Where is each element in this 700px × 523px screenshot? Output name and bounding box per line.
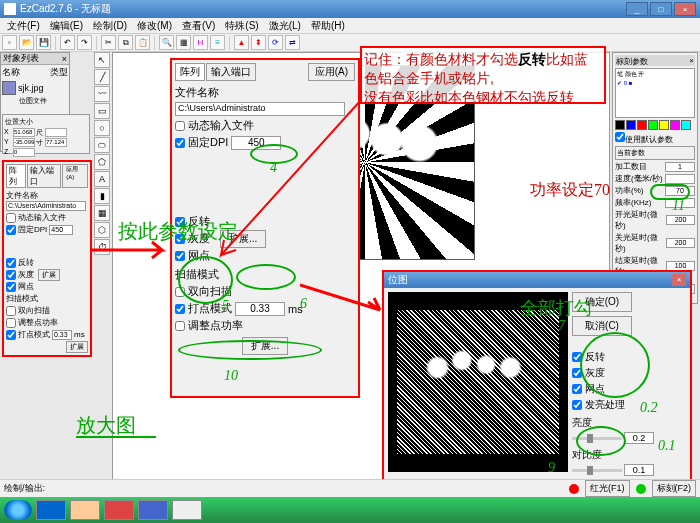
close-button[interactable]: × <box>674 2 696 16</box>
tool-paste-icon[interactable]: 📋 <box>135 35 150 50</box>
taskbar-word-icon[interactable] <box>138 500 168 520</box>
tool-save-icon[interactable]: 💾 <box>36 35 51 50</box>
ok-button[interactable]: 确定(O) <box>572 292 632 312</box>
pxpower-check-sm[interactable] <box>6 318 16 328</box>
vtool-curve-icon[interactable]: 〰 <box>94 86 110 102</box>
tool-text-icon[interactable]: ≡ <box>210 35 225 50</box>
dot-check-sm[interactable] <box>6 282 16 292</box>
vtool-bitmap-icon[interactable]: ▦ <box>94 205 110 221</box>
loop-field[interactable]: 1 <box>665 162 695 172</box>
pxpower-check[interactable] <box>175 321 185 331</box>
dynfile-check-sm[interactable] <box>6 213 16 223</box>
menu-modify[interactable]: 修改(M) <box>132 19 177 33</box>
menu-help[interactable]: 帮助(H) <box>306 19 350 33</box>
bmp-invert-check[interactable] <box>572 352 582 362</box>
fixdpi-check-sm[interactable] <box>6 225 16 235</box>
vtool-barcode-icon[interactable]: ▮ <box>94 188 110 204</box>
size-x[interactable] <box>45 128 67 137</box>
params-close-icon[interactable]: × <box>689 56 694 65</box>
invert-check-sm[interactable] <box>6 258 16 268</box>
fixdpi-check[interactable] <box>175 138 185 148</box>
cancel-button[interactable]: 取消(C) <box>572 316 632 336</box>
bidir-check-sm[interactable] <box>6 306 16 316</box>
vtool-line-icon[interactable]: ╱ <box>94 69 110 85</box>
tab-ioport[interactable]: 输入端口 <box>206 63 256 81</box>
coord-y[interactable]: -35.099 <box>13 138 35 147</box>
vtool-time-icon[interactable]: ⏱ <box>94 239 110 255</box>
panel-close-icon[interactable]: × <box>62 54 67 64</box>
taskbar-ppt-icon[interactable] <box>104 500 134 520</box>
power-field[interactable]: 70 <box>665 186 695 196</box>
tab-array-sm[interactable]: 阵列 <box>6 164 26 188</box>
invert-check[interactable] <box>175 217 185 227</box>
tool-align-icon[interactable]: ▲ <box>234 35 249 50</box>
freq-field[interactable] <box>665 198 695 208</box>
tool-rotate-icon[interactable]: ⟳ <box>268 35 283 50</box>
menu-laser[interactable]: 激光(L) <box>264 19 306 33</box>
menu-view[interactable]: 查看(V) <box>177 19 220 33</box>
expand2-button[interactable]: 扩展... <box>242 337 288 355</box>
apply-button-sm[interactable]: 应用(A) <box>62 164 88 188</box>
vtool-circle-icon[interactable]: ○ <box>94 120 110 136</box>
vtool-ellipse-icon[interactable]: ⬭ <box>94 137 110 153</box>
dotmode-check[interactable] <box>175 304 185 314</box>
bitmap-dlg-close-icon[interactable]: × <box>672 274 686 286</box>
expand-button-sm[interactable]: 扩展 <box>38 269 60 281</box>
menu-special[interactable]: 特殊(S) <box>220 19 263 33</box>
redlight-button[interactable]: 红光(F1) <box>585 480 630 497</box>
list-item[interactable]: sjk.jpg <box>1 80 69 96</box>
vtool-vector-icon[interactable]: ⬡ <box>94 222 110 238</box>
dotval-field[interactable]: 0.33 <box>235 302 285 316</box>
mark-button[interactable]: 标刻(F2) <box>652 480 697 497</box>
vtool-rect-icon[interactable]: ▭ <box>94 103 110 119</box>
coord-z[interactable]: 0 <box>13 148 35 157</box>
start-button-icon[interactable] <box>4 500 32 520</box>
dpi-field-sm[interactable]: 450 <box>49 225 73 235</box>
tool-copy-icon[interactable]: ⧉ <box>118 35 133 50</box>
contrast-slider[interactable] <box>572 469 622 472</box>
bmp-gray-check[interactable] <box>572 368 582 378</box>
tool-mirror-icon[interactable]: ⇄ <box>285 35 300 50</box>
tab-ioport-sm[interactable]: 输入端口 <box>27 164 61 188</box>
tool-new-icon[interactable]: ▫ <box>2 35 17 50</box>
bright-field[interactable]: 0.2 <box>624 432 654 444</box>
expand1-button[interactable]: 扩展... <box>220 230 266 248</box>
bidir-check[interactable] <box>175 287 185 297</box>
filepath-field[interactable]: C:\Users\Administrato <box>175 102 345 116</box>
size-y[interactable]: 77.124 <box>45 138 67 147</box>
minimize-button[interactable]: _ <box>626 2 648 16</box>
tool-open-icon[interactable]: 📂 <box>19 35 34 50</box>
dpi-field[interactable]: 450 <box>231 136 281 150</box>
tool-grid-icon[interactable]: ▦ <box>176 35 191 50</box>
tool-cut-icon[interactable]: ✂ <box>101 35 116 50</box>
dot-check[interactable] <box>175 251 185 261</box>
tool-flip-icon[interactable]: ⬍ <box>251 35 266 50</box>
taskbar-app-icon[interactable] <box>172 500 202 520</box>
tab-array[interactable]: 阵列 <box>175 63 205 81</box>
expand2-button-sm[interactable]: 扩展 <box>66 341 88 353</box>
tool-hatch-icon[interactable]: H <box>193 35 208 50</box>
dotval-sm[interactable]: 0.33 <box>52 330 72 340</box>
dotmode-check-sm[interactable] <box>6 330 16 340</box>
menu-edit[interactable]: 编辑(E) <box>45 19 88 33</box>
filepath-sm[interactable]: C:\Users\Administrato <box>6 201 86 211</box>
usedef-check[interactable] <box>615 132 625 142</box>
dynfile-check[interactable] <box>175 121 185 131</box>
gray-check[interactable] <box>175 234 185 244</box>
menu-file[interactable]: 文件(F) <box>2 19 45 33</box>
taskbar-folder-icon[interactable] <box>70 500 100 520</box>
maximize-button[interactable]: □ <box>650 2 672 16</box>
speed-field[interactable] <box>665 174 695 184</box>
menu-draw[interactable]: 绘制(D) <box>88 19 132 33</box>
vtool-polygon-icon[interactable]: ⬠ <box>94 154 110 170</box>
color-palette[interactable] <box>615 120 695 130</box>
gray-check-sm[interactable] <box>6 270 16 280</box>
apply-button[interactable]: 应用(A) <box>308 63 355 81</box>
contrast-field[interactable]: 0.1 <box>624 464 654 476</box>
tool-redo-icon[interactable]: ↷ <box>77 35 92 50</box>
bmp-dot-check[interactable] <box>572 384 582 394</box>
vtool-select-icon[interactable]: ↖ <box>94 52 110 68</box>
taskbar-ie-icon[interactable] <box>36 500 66 520</box>
bmp-whiten-check[interactable] <box>572 400 582 410</box>
tool-zoom-icon[interactable]: 🔍 <box>159 35 174 50</box>
